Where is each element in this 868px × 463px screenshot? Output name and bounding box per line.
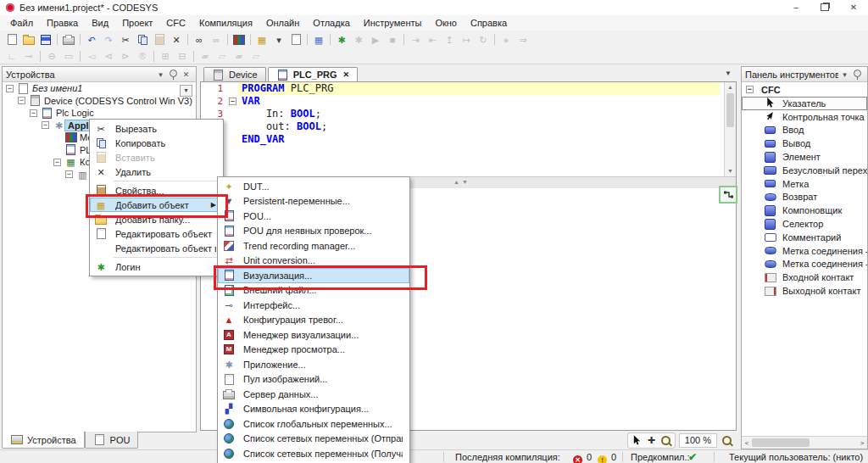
cfc-set-icon[interactable]: ⊲	[100, 49, 117, 64]
menu-инструменты[interactable]: Инструменты	[357, 16, 429, 30]
scroll-down-icon[interactable]: ▼	[725, 166, 736, 176]
menu-item-приложение[interactable]: ✱Приложение...	[218, 357, 409, 372]
print-icon[interactable]	[60, 32, 77, 47]
menu-правка[interactable]: Правка	[40, 16, 85, 30]
toolbox-item-возврат[interactable]: Возврат	[742, 191, 867, 204]
editor-tab-plc-prg[interactable]: PLC_PRG✕	[268, 67, 359, 81]
toolbox-item-комментарий[interactable]: Комментарий	[742, 231, 867, 244]
menu-item-вырезать[interactable]: ✂Вырезать	[90, 121, 223, 136]
step-into-icon[interactable]: ⇤	[424, 32, 441, 47]
cfc-order-backward-icon[interactable]: ▰	[231, 49, 248, 64]
logout-icon[interactable]: ✱	[350, 32, 367, 47]
menu-item-добавить-объект[interactable]: ▦Добавить объект▶	[90, 198, 223, 212]
collapse-icon[interactable]: −	[6, 85, 14, 92]
toolbox-item-метка-соединения-сток[interactable]: Метка соединения - Сток	[742, 258, 867, 271]
minimize-button[interactable]: –	[782, 0, 810, 15]
menu-item-копировать[interactable]: Копировать	[90, 136, 223, 150]
collapse-icon[interactable]: −	[42, 121, 49, 129]
menu-item-список-сетевых-переменных-отправитель[interactable]: Список сетевых переменных (Отправитель).…	[218, 432, 409, 447]
find-icon[interactable]: ∞	[191, 32, 208, 47]
tree-dropdown-icon[interactable]: ▾	[180, 85, 192, 97]
login-icon[interactable]: ✱	[333, 32, 350, 47]
cfc-ref-icon[interactable]: ®	[134, 49, 151, 64]
collapse-icon[interactable]: −	[30, 109, 37, 117]
toolbox-item-ввод[interactable]: Ввод	[742, 124, 867, 137]
delete-icon[interactable]: ✕	[168, 32, 185, 47]
redo-icon[interactable]: ↷	[100, 32, 117, 47]
menu-item-менеджер-визуализации[interactable]: AМенеджер визуализации...	[218, 327, 409, 343]
menu-item-редактировать-объект[interactable]: Редактировать объект	[90, 226, 223, 241]
cfc-remove-input-icon[interactable]: ⊟	[174, 49, 191, 64]
add-object-icon[interactable]: ▦	[253, 32, 270, 47]
zoom-level[interactable]: 100 %	[679, 433, 717, 448]
menu-item-визуализация[interactable]: Визуализация...	[218, 268, 409, 283]
cfc-add-input-icon[interactable]: ⊞	[157, 49, 174, 64]
toolbox-item-указатель[interactable]: Указатель	[742, 97, 867, 110]
close-button[interactable]: ✕	[839, 0, 868, 15]
toolbox-item-метка[interactable]: Метка	[742, 177, 867, 191]
menu-item-пул-изображений[interactable]: Пул изображений...	[218, 372, 409, 388]
cfc-none-icon[interactable]: ◅	[83, 49, 100, 64]
menu-item-символьная-конфигурация[interactable]: ▞Символьная конфигурация...	[218, 402, 409, 417]
cfc-route-connections-icon[interactable]: ∟	[3, 49, 20, 64]
toolbox-item-вывод[interactable]: Вывод	[742, 137, 867, 150]
cfc-order-back-icon[interactable]: ▱	[248, 49, 264, 64]
menu-item-удалить[interactable]: ✕Удалить	[90, 165, 223, 179]
undo-icon[interactable]: ↶	[83, 32, 100, 47]
save-icon[interactable]	[37, 32, 54, 47]
menu-окно[interactable]: Окно	[428, 16, 464, 30]
collapse-icon[interactable]: −	[18, 97, 25, 104]
zoom-select-icon[interactable]	[721, 434, 733, 446]
collapse-icon[interactable]: −	[746, 86, 754, 93]
menu-item-добавить-папку[interactable]: Добавить папку...	[90, 212, 223, 226]
open-project-icon[interactable]	[20, 32, 37, 47]
scroll-left-icon[interactable]: <	[742, 439, 752, 447]
menu-вид[interactable]: Вид	[85, 16, 115, 30]
edit-object-icon[interactable]	[287, 32, 304, 47]
route-connections-button[interactable]	[719, 186, 737, 204]
declaration-editor[interactable]: 1PROGRAM PLC_PRG2−VAR3 In: BOOL;4 out: B…	[201, 82, 725, 176]
menu-item-конфигурация-тревог[interactable]: ▲Конфигурация тревог...	[218, 313, 409, 328]
collapse-icon[interactable]: −	[65, 170, 73, 178]
scroll-up-icon[interactable]: ▲	[725, 82, 736, 92]
select-mode-icon[interactable]	[631, 434, 643, 446]
cfc-order-forward-icon[interactable]: ▱	[214, 49, 231, 64]
pan-mode-icon[interactable]: ✚	[645, 434, 658, 446]
cut-icon[interactable]: ✂	[117, 32, 134, 47]
close-icon[interactable]: ✕	[180, 68, 192, 81]
menu-файл[interactable]: Файл	[3, 16, 40, 30]
scroll-right-icon[interactable]: >	[857, 439, 867, 447]
paste-icon[interactable]	[151, 32, 168, 47]
menu-проект[interactable]: Проект	[115, 16, 159, 30]
stop-icon[interactable]: ■	[384, 32, 401, 47]
pin-icon[interactable]	[851, 68, 864, 81]
panel-menu-icon[interactable]: ▾	[154, 68, 167, 81]
tree-item-без-имени1[interactable]: −Без имени1	[3, 82, 196, 95]
menu-item-pou-для-неявных-проверок[interactable]: POU для неявных проверок...	[218, 224, 409, 239]
toolbox-item-контрольная-точка[interactable]: Контрольная точка	[742, 110, 867, 124]
cfc-order-front-icon[interactable]: ▰	[197, 49, 214, 64]
breakpoint-icon[interactable]: ●	[498, 32, 515, 47]
menu-компиляция[interactable]: Компиляция	[192, 16, 259, 30]
toolbox-item-выходной-контакт[interactable]: Выходной контакт	[742, 284, 867, 298]
copy-icon[interactable]	[134, 32, 151, 47]
menu-item-свойства[interactable]: Свойства...	[90, 183, 223, 198]
scroll-thumb[interactable]	[752, 438, 810, 447]
menu-item-persistent-переменные[interactable]: ▼Persistent-переменные...	[218, 194, 409, 209]
menu-item-trend-recording-manager[interactable]: Trend recording manager...	[218, 238, 409, 254]
library-manager-icon[interactable]	[231, 32, 248, 47]
tab-list-dropdown-icon[interactable]: ▼	[725, 70, 732, 77]
run-to-cursor-icon[interactable]: ↦	[458, 32, 475, 47]
menu-справка[interactable]: Справка	[464, 16, 514, 30]
build-icon[interactable]: ▦	[310, 32, 327, 47]
menu-item-логин[interactable]: ✱Логин	[90, 259, 223, 274]
toolbox-item-метка-соединения-источник[interactable]: Метка соединения - Источник	[742, 244, 867, 258]
menu-item-вставить[interactable]: Вставить	[90, 150, 223, 165]
vertical-scrollbar[interactable]: ▲ ▼	[724, 82, 736, 176]
menu-item-dut[interactable]: ✦DUT...	[218, 179, 409, 194]
collapse-icon[interactable]: −	[53, 159, 61, 166]
menu-отладка[interactable]: Отладка	[306, 16, 356, 30]
toolbox-item-селектор[interactable]: Селектор	[742, 217, 867, 231]
toolbox-item-входной-контакт[interactable]: Входной контакт	[742, 271, 867, 284]
zoom-mode-icon[interactable]	[659, 434, 672, 446]
